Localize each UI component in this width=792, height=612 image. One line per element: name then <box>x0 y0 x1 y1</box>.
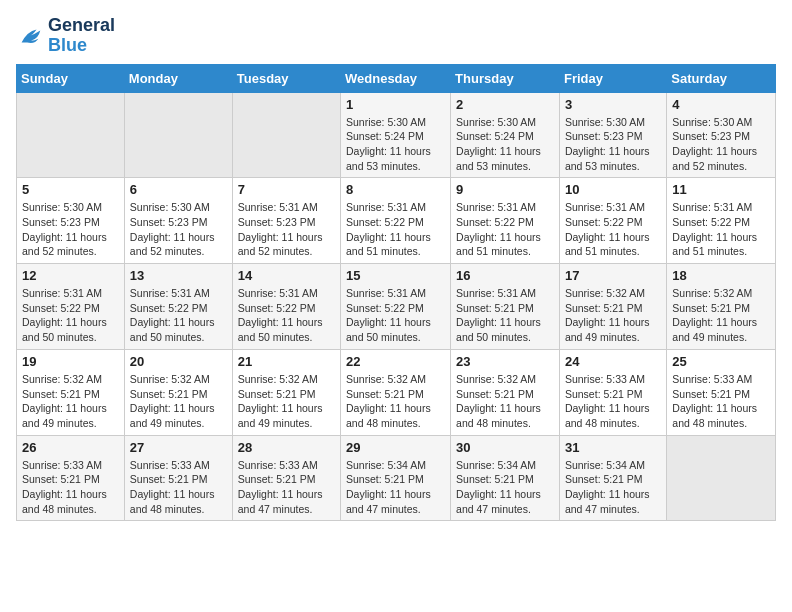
calendar-day-14: 14Sunrise: 5:31 AM Sunset: 5:22 PM Dayli… <box>232 264 340 350</box>
calendar-day-7: 7Sunrise: 5:31 AM Sunset: 5:23 PM Daylig… <box>232 178 340 264</box>
calendar-day-10: 10Sunrise: 5:31 AM Sunset: 5:22 PM Dayli… <box>559 178 666 264</box>
calendar-day-5: 5Sunrise: 5:30 AM Sunset: 5:23 PM Daylig… <box>17 178 125 264</box>
day-number: 9 <box>456 182 554 197</box>
empty-cell <box>232 92 340 178</box>
calendar-day-21: 21Sunrise: 5:32 AM Sunset: 5:21 PM Dayli… <box>232 349 340 435</box>
empty-cell <box>667 435 776 521</box>
calendar-week-row: 12Sunrise: 5:31 AM Sunset: 5:22 PM Dayli… <box>17 264 776 350</box>
day-content: Sunrise: 5:33 AM Sunset: 5:21 PM Dayligh… <box>130 458 227 517</box>
header-sunday: Sunday <box>17 64 125 92</box>
calendar-day-17: 17Sunrise: 5:32 AM Sunset: 5:21 PM Dayli… <box>559 264 666 350</box>
header-thursday: Thursday <box>451 64 560 92</box>
calendar-day-31: 31Sunrise: 5:34 AM Sunset: 5:21 PM Dayli… <box>559 435 666 521</box>
day-number: 10 <box>565 182 661 197</box>
calendar-table: SundayMondayTuesdayWednesdayThursdayFrid… <box>16 64 776 522</box>
header-saturday: Saturday <box>667 64 776 92</box>
day-number: 16 <box>456 268 554 283</box>
calendar-day-25: 25Sunrise: 5:33 AM Sunset: 5:21 PM Dayli… <box>667 349 776 435</box>
day-content: Sunrise: 5:31 AM Sunset: 5:22 PM Dayligh… <box>456 200 554 259</box>
header-friday: Friday <box>559 64 666 92</box>
calendar-day-1: 1Sunrise: 5:30 AM Sunset: 5:24 PM Daylig… <box>341 92 451 178</box>
calendar-day-23: 23Sunrise: 5:32 AM Sunset: 5:21 PM Dayli… <box>451 349 560 435</box>
logo: General Blue <box>16 16 115 56</box>
day-content: Sunrise: 5:34 AM Sunset: 5:21 PM Dayligh… <box>456 458 554 517</box>
calendar-day-12: 12Sunrise: 5:31 AM Sunset: 5:22 PM Dayli… <box>17 264 125 350</box>
day-number: 29 <box>346 440 445 455</box>
empty-cell <box>17 92 125 178</box>
day-content: Sunrise: 5:30 AM Sunset: 5:23 PM Dayligh… <box>22 200 119 259</box>
day-number: 4 <box>672 97 770 112</box>
calendar-day-8: 8Sunrise: 5:31 AM Sunset: 5:22 PM Daylig… <box>341 178 451 264</box>
calendar-week-row: 19Sunrise: 5:32 AM Sunset: 5:21 PM Dayli… <box>17 349 776 435</box>
day-content: Sunrise: 5:33 AM Sunset: 5:21 PM Dayligh… <box>672 372 770 431</box>
page-header: General Blue <box>16 16 776 56</box>
day-number: 28 <box>238 440 335 455</box>
calendar-day-27: 27Sunrise: 5:33 AM Sunset: 5:21 PM Dayli… <box>124 435 232 521</box>
logo-icon <box>16 22 44 50</box>
day-number: 20 <box>130 354 227 369</box>
day-content: Sunrise: 5:32 AM Sunset: 5:21 PM Dayligh… <box>672 286 770 345</box>
day-content: Sunrise: 5:31 AM Sunset: 5:23 PM Dayligh… <box>238 200 335 259</box>
calendar-week-row: 26Sunrise: 5:33 AM Sunset: 5:21 PM Dayli… <box>17 435 776 521</box>
day-number: 15 <box>346 268 445 283</box>
calendar-day-3: 3Sunrise: 5:30 AM Sunset: 5:23 PM Daylig… <box>559 92 666 178</box>
day-content: Sunrise: 5:33 AM Sunset: 5:21 PM Dayligh… <box>22 458 119 517</box>
calendar-day-26: 26Sunrise: 5:33 AM Sunset: 5:21 PM Dayli… <box>17 435 125 521</box>
day-number: 18 <box>672 268 770 283</box>
calendar-day-9: 9Sunrise: 5:31 AM Sunset: 5:22 PM Daylig… <box>451 178 560 264</box>
day-content: Sunrise: 5:31 AM Sunset: 5:22 PM Dayligh… <box>565 200 661 259</box>
calendar-day-18: 18Sunrise: 5:32 AM Sunset: 5:21 PM Dayli… <box>667 264 776 350</box>
calendar-day-19: 19Sunrise: 5:32 AM Sunset: 5:21 PM Dayli… <box>17 349 125 435</box>
day-content: Sunrise: 5:33 AM Sunset: 5:21 PM Dayligh… <box>565 372 661 431</box>
day-number: 7 <box>238 182 335 197</box>
day-content: Sunrise: 5:32 AM Sunset: 5:21 PM Dayligh… <box>238 372 335 431</box>
calendar-day-28: 28Sunrise: 5:33 AM Sunset: 5:21 PM Dayli… <box>232 435 340 521</box>
day-number: 1 <box>346 97 445 112</box>
day-number: 5 <box>22 182 119 197</box>
day-number: 26 <box>22 440 119 455</box>
calendar-header-row: SundayMondayTuesdayWednesdayThursdayFrid… <box>17 64 776 92</box>
calendar-day-22: 22Sunrise: 5:32 AM Sunset: 5:21 PM Dayli… <box>341 349 451 435</box>
day-number: 24 <box>565 354 661 369</box>
calendar-day-24: 24Sunrise: 5:33 AM Sunset: 5:21 PM Dayli… <box>559 349 666 435</box>
day-number: 22 <box>346 354 445 369</box>
day-number: 23 <box>456 354 554 369</box>
day-content: Sunrise: 5:32 AM Sunset: 5:21 PM Dayligh… <box>346 372 445 431</box>
calendar-day-20: 20Sunrise: 5:32 AM Sunset: 5:21 PM Dayli… <box>124 349 232 435</box>
day-number: 25 <box>672 354 770 369</box>
day-number: 19 <box>22 354 119 369</box>
day-content: Sunrise: 5:32 AM Sunset: 5:21 PM Dayligh… <box>130 372 227 431</box>
day-number: 12 <box>22 268 119 283</box>
day-content: Sunrise: 5:30 AM Sunset: 5:23 PM Dayligh… <box>672 115 770 174</box>
header-wednesday: Wednesday <box>341 64 451 92</box>
day-content: Sunrise: 5:31 AM Sunset: 5:21 PM Dayligh… <box>456 286 554 345</box>
calendar-week-row: 1Sunrise: 5:30 AM Sunset: 5:24 PM Daylig… <box>17 92 776 178</box>
day-number: 3 <box>565 97 661 112</box>
day-content: Sunrise: 5:32 AM Sunset: 5:21 PM Dayligh… <box>456 372 554 431</box>
calendar-day-16: 16Sunrise: 5:31 AM Sunset: 5:21 PM Dayli… <box>451 264 560 350</box>
day-content: Sunrise: 5:31 AM Sunset: 5:22 PM Dayligh… <box>672 200 770 259</box>
calendar-day-4: 4Sunrise: 5:30 AM Sunset: 5:23 PM Daylig… <box>667 92 776 178</box>
day-number: 30 <box>456 440 554 455</box>
day-content: Sunrise: 5:33 AM Sunset: 5:21 PM Dayligh… <box>238 458 335 517</box>
day-number: 2 <box>456 97 554 112</box>
calendar-day-15: 15Sunrise: 5:31 AM Sunset: 5:22 PM Dayli… <box>341 264 451 350</box>
day-number: 14 <box>238 268 335 283</box>
calendar-day-11: 11Sunrise: 5:31 AM Sunset: 5:22 PM Dayli… <box>667 178 776 264</box>
day-number: 17 <box>565 268 661 283</box>
day-number: 31 <box>565 440 661 455</box>
day-content: Sunrise: 5:30 AM Sunset: 5:24 PM Dayligh… <box>456 115 554 174</box>
day-content: Sunrise: 5:30 AM Sunset: 5:23 PM Dayligh… <box>130 200 227 259</box>
calendar-day-30: 30Sunrise: 5:34 AM Sunset: 5:21 PM Dayli… <box>451 435 560 521</box>
empty-cell <box>124 92 232 178</box>
calendar-day-2: 2Sunrise: 5:30 AM Sunset: 5:24 PM Daylig… <box>451 92 560 178</box>
day-content: Sunrise: 5:31 AM Sunset: 5:22 PM Dayligh… <box>238 286 335 345</box>
calendar-day-6: 6Sunrise: 5:30 AM Sunset: 5:23 PM Daylig… <box>124 178 232 264</box>
day-content: Sunrise: 5:31 AM Sunset: 5:22 PM Dayligh… <box>22 286 119 345</box>
logo-text: General Blue <box>48 16 115 56</box>
day-content: Sunrise: 5:30 AM Sunset: 5:23 PM Dayligh… <box>565 115 661 174</box>
day-content: Sunrise: 5:31 AM Sunset: 5:22 PM Dayligh… <box>130 286 227 345</box>
day-content: Sunrise: 5:30 AM Sunset: 5:24 PM Dayligh… <box>346 115 445 174</box>
day-content: Sunrise: 5:34 AM Sunset: 5:21 PM Dayligh… <box>565 458 661 517</box>
day-number: 21 <box>238 354 335 369</box>
